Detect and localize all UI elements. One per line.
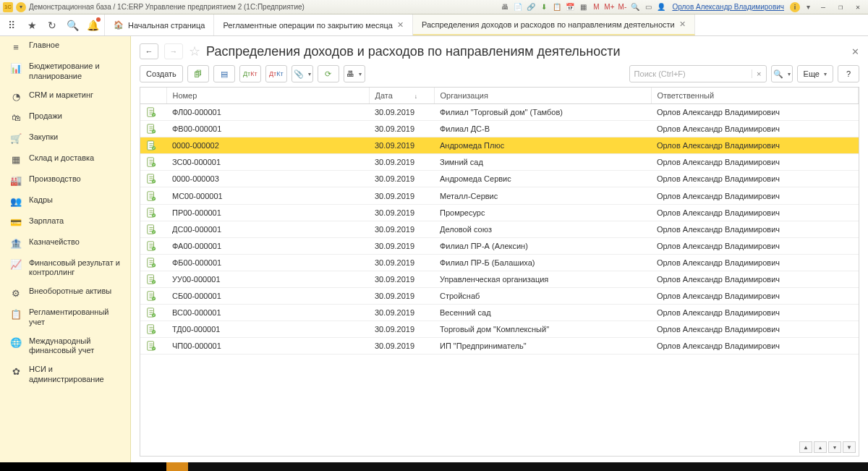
nav-back-button[interactable]: ← [140, 43, 158, 59]
sidebar-item-7[interactable]: 👥Кадры [0, 191, 130, 212]
print-toolbar-icon[interactable]: 📄 [513, 2, 523, 12]
sidebar-item-10[interactable]: 📈Финансовый результат и контроллинг [0, 254, 130, 283]
scroll-top-button[interactable]: ▴ [814, 441, 827, 453]
m-plus-button[interactable]: M+ [604, 2, 614, 12]
cell-responsible: Орлов Александр Владимирович [651, 171, 859, 187]
window-close-button[interactable]: ✕ [851, 2, 865, 12]
help-button[interactable]: ? [838, 65, 859, 82]
sidebar-item-label: Финансовый результат и контроллинг [29, 258, 123, 279]
info-icon[interactable]: i [790, 2, 800, 12]
table-row[interactable]: СБ00-00000130.09.2019СтройснабОрлов Алек… [140, 288, 859, 305]
sidebar-item-8[interactable]: 💳Зарплата [0, 212, 130, 233]
table-row[interactable]: ПР00-00000130.09.2019ПромресурсОрлов Але… [140, 204, 859, 221]
sidebar-item-14[interactable]: ✿НСИ и администрирование [0, 360, 130, 389]
scroll-bottom-button[interactable]: ▾ [828, 441, 841, 453]
notifications-icon[interactable]: 🔔 [85, 18, 100, 33]
window-minimize-button[interactable]: – [816, 2, 830, 12]
list-button[interactable]: ▤ [213, 65, 235, 82]
copy-button[interactable]: 🗐 [187, 65, 209, 82]
excel-toolbar-icon[interactable]: ⬇ [539, 2, 549, 12]
table-row[interactable]: ФА00-00000130.09.2019Филиал ПР-А (Алекси… [140, 237, 859, 254]
sidebar-item-5[interactable]: ▦Склад и доставка [0, 149, 130, 170]
find-button[interactable]: 🔍▾ [771, 65, 793, 82]
info-dropdown-icon[interactable]: ▾ [803, 2, 813, 12]
attachment-button[interactable]: 📎▾ [292, 65, 313, 82]
cell-org: Металл-Сервис [434, 187, 651, 204]
apps-grid-icon[interactable]: ⠿ [4, 18, 19, 33]
col-responsible-header[interactable]: Ответственный [651, 88, 859, 104]
nav-forward-button[interactable]: → [164, 43, 183, 59]
table-row[interactable]: 0000-00000330.09.2019Андромеда СервисОрл… [140, 171, 859, 187]
scroll-top-double-button[interactable]: ▲ [799, 441, 812, 453]
tab-reg-operations[interactable]: Регламентные операции по закрытию месяца… [214, 14, 412, 35]
sidebar-item-13[interactable]: 🌐Международный финансовый учет [0, 332, 130, 361]
scroll-bottom-double-button[interactable]: ▼ [843, 441, 856, 453]
col-org-header[interactable]: Организация [434, 88, 651, 104]
debit-credit-alt-button[interactable]: ДтКт [265, 65, 287, 82]
table-row[interactable]: ТД00-00000130.09.2019Торговый дом "Компл… [140, 321, 859, 338]
table-row[interactable]: ФЛ00-00000130.09.2019Филиал "Торговый до… [140, 104, 859, 121]
print-dropdown-button[interactable]: 🖶▾ [344, 65, 365, 82]
titlebar-dropdown-icon[interactable]: ▾ [16, 2, 26, 12]
home-icon: 🏠 [114, 20, 124, 30]
table-row[interactable]: ФВ00-00000130.09.2019Филиал ДС-ВОрлов Ал… [140, 121, 859, 137]
sidebar-item-0[interactable]: ≡Главное [0, 36, 130, 57]
cell-date: 30.09.2019 [369, 305, 434, 321]
sidebar-item-6[interactable]: 🏭Производство [0, 170, 130, 191]
link-toolbar-icon[interactable]: 🔗 [526, 2, 536, 12]
search-input[interactable] [630, 69, 752, 78]
cell-number: 0000-000002 [166, 137, 369, 154]
more-button[interactable]: Еще▾ [797, 65, 833, 82]
table-row[interactable]: МС00-00000130.09.2019Металл-СервисОрлов … [140, 187, 859, 204]
sidebar-item-label: Казначейство [29, 237, 80, 247]
tab-close-icon[interactable]: ✕ [397, 20, 404, 30]
zoom-toolbar-icon[interactable]: 🔍 [630, 2, 640, 12]
calc-toolbar-icon[interactable]: ▭ [643, 2, 653, 12]
cell-responsible: Орлов Александр Владимирович [651, 237, 859, 254]
history-icon[interactable]: ↻ [45, 18, 59, 33]
create-button[interactable]: Создать [140, 65, 183, 82]
col-number-header[interactable]: Номер [166, 88, 369, 104]
table-row[interactable]: УУ00-00000130.09.2019Управленческая орга… [140, 271, 859, 287]
favorite-page-icon[interactable]: ☆ [189, 43, 200, 59]
m-button[interactable]: M [591, 2, 601, 12]
m-minus-button[interactable]: M- [617, 2, 627, 12]
table-row[interactable]: 0000-00000230.09.2019Андромеда ПлюсОрлов… [140, 137, 859, 154]
sidebar-item-label: НСИ и администрирование [29, 365, 123, 385]
cell-org: Андромеда Сервис [434, 171, 651, 187]
table-row[interactable]: ЧП00-00000130.09.2019ИП "Предприниматель… [140, 338, 859, 355]
sidebar-item-3[interactable]: 🛍Продажи [0, 107, 130, 128]
calendar-toolbar-icon[interactable]: 📅 [565, 2, 575, 12]
table-row[interactable]: ДС00-00000130.09.2019Деловой союзОрлов А… [140, 221, 859, 237]
tab-home[interactable]: 🏠 Начальная страница [105, 14, 214, 35]
sidebar-item-9[interactable]: 🏦Казначейство [0, 233, 130, 254]
tab-home-label: Начальная страница [128, 21, 205, 30]
tab-distributions[interactable]: Распределения доходов и расходов по напр… [413, 14, 695, 35]
search-icon[interactable]: 🔍 [65, 18, 80, 33]
page-close-icon[interactable]: ✕ [851, 46, 859, 57]
table-row[interactable]: ВС00-00000130.09.2019Весенний садОрлов А… [140, 305, 859, 321]
search-clear-button[interactable]: × [752, 69, 766, 78]
clipboard-toolbar-icon[interactable]: 📋 [552, 2, 562, 12]
sidebar-item-2[interactable]: ◔CRM и маркетинг [0, 86, 130, 107]
sidebar-item-1[interactable]: 📊Бюджетирование и планирование [0, 57, 130, 86]
refresh-button[interactable]: ⟳ [318, 65, 339, 82]
sidebar-item-11[interactable]: ⚙Внеоборотные активы [0, 282, 130, 303]
row-status-icon [140, 237, 166, 254]
user-name-link[interactable]: Орлов Александр Владимирович [672, 3, 784, 11]
grid-toolbar-icon[interactable]: ▦ [578, 2, 588, 12]
debit-credit-button[interactable]: ДтКт [239, 65, 261, 82]
window-restore-button[interactable]: ❐ [833, 2, 848, 12]
save-toolbar-icon[interactable]: 🖶 [500, 2, 510, 12]
col-icon-header[interactable] [140, 88, 166, 104]
col-date-header[interactable]: Дата↓ [369, 88, 434, 104]
table-row[interactable]: ЗС00-00000130.09.2019Зимний садОрлов Але… [140, 154, 859, 171]
sidebar-item-4[interactable]: 🛒Закупки [0, 128, 130, 149]
table-row[interactable]: ФБ00-00000130.09.2019Филиал ПР-Б (Балаши… [140, 254, 859, 271]
sidebar-item-12[interactable]: 📋Регламентированный учет [0, 303, 130, 332]
cell-org: Филиал ПР-Б (Балашиха) [434, 254, 651, 271]
cell-number: ДС00-000001 [166, 221, 369, 237]
tab-close-icon[interactable]: ✕ [679, 20, 686, 29]
favorite-star-icon[interactable]: ★ [25, 18, 39, 33]
row-status-icon [140, 121, 166, 137]
